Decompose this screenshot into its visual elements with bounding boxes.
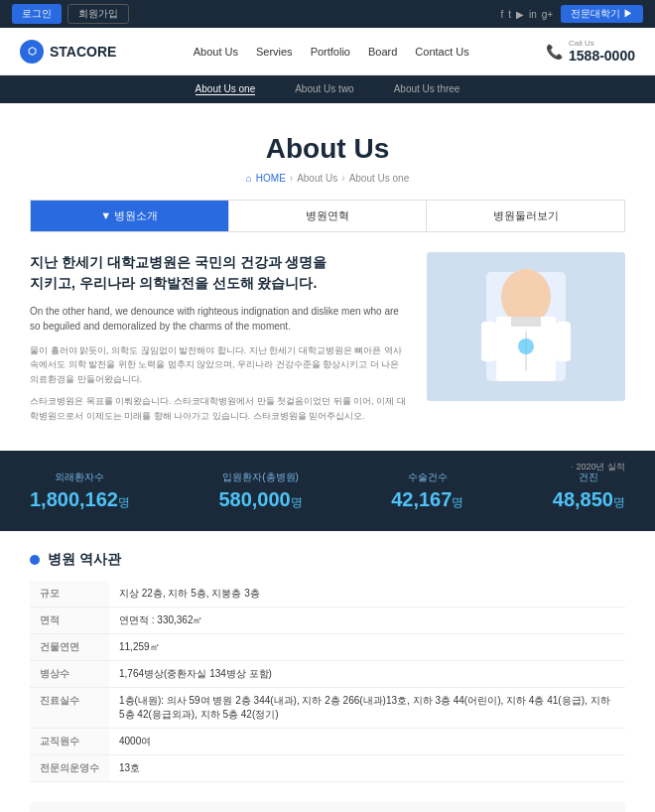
content-body-2: 스타코병원은 목표를 이뤄왔습니다. 스타코대학병원에서 만들 첫걸음이었던 뒤… xyxy=(30,394,407,423)
stats-year: · 2020년 실적 xyxy=(571,461,625,474)
social-icons: f t ▶ in g+ xyxy=(500,9,553,20)
call-label: Call Us xyxy=(569,39,635,48)
table-row: 교직원수 4000여 xyxy=(30,728,625,754)
row-label-6: 전문의운영수 xyxy=(30,754,109,781)
section-header: 병원 역사관 xyxy=(30,551,625,569)
table-row: 면적 연면적 : 330,362㎡ xyxy=(30,607,625,633)
stat-number-0: 1,800,162 xyxy=(30,488,118,510)
stat-value-2: 42,167명 xyxy=(391,488,463,511)
googleplus-icon[interactable]: g+ xyxy=(542,9,553,20)
row-value-0: 지상 22층, 지하 5층, 지붕층 3층 xyxy=(109,581,625,608)
stat-value-1: 580,000명 xyxy=(218,488,302,511)
stat-unit-3: 명 xyxy=(613,495,625,509)
phone-icon: 📞 xyxy=(546,44,563,60)
signup-button[interactable]: 회원가입 xyxy=(67,4,129,24)
facebook-icon[interactable]: f xyxy=(500,9,503,20)
breadcrumb-sep-1: › xyxy=(290,173,293,184)
stat-label-2: 수술건수 xyxy=(391,471,463,484)
svg-rect-7 xyxy=(481,322,496,361)
section-title: 병원 역사관 xyxy=(48,551,121,569)
svg-point-6 xyxy=(518,338,534,354)
breadcrumb-home-icon: ⌂ xyxy=(246,173,252,184)
sub-nav-item-2[interactable]: About Us three xyxy=(394,83,460,95)
row-label-3: 병상수 xyxy=(30,660,109,687)
linkedin-icon[interactable]: in xyxy=(529,9,537,20)
stat-3: 건진 48,850명 xyxy=(553,471,625,511)
stats-section: · 2020년 실적 외래환자수 1,800,162명 입원환자(총병원) 58… xyxy=(0,451,655,531)
nav-services[interactable]: Servies xyxy=(256,46,293,58)
header-right: 📞 Call Us 1588-0000 xyxy=(546,39,635,64)
table-row: 병상수 1,764병상(중환자실 134병상 포함) xyxy=(30,660,625,687)
breadcrumb-sep-2: › xyxy=(341,173,344,184)
logo-icon: ⬡ xyxy=(20,40,44,64)
login-button[interactable]: 로그인 xyxy=(12,4,62,24)
nav-board[interactable]: Board xyxy=(368,46,397,58)
breadcrumb-current: About Us one xyxy=(349,173,410,184)
logo: ⬡ STACORE xyxy=(20,40,116,64)
row-value-1: 연면적 : 330,362㎡ xyxy=(109,607,625,633)
info-table: 규모 지상 22층, 지하 5층, 지붕층 3층 면적 연면적 : 330,36… xyxy=(30,581,625,782)
bus-section: 🚌 주거지에서 주차를 하면 이 곳으로 이동하기 위해 주차권을 받은 뒤 주… xyxy=(30,802,625,812)
youtube-icon[interactable]: ▶ xyxy=(516,9,524,20)
call-number: 1588-0000 xyxy=(569,48,635,64)
row-label-4: 진료실수 xyxy=(30,687,109,728)
breadcrumb-home: HOME xyxy=(256,173,286,184)
row-value-2: 11,259㎡ xyxy=(109,633,625,660)
tab-2[interactable]: 병원둘러보기 xyxy=(427,201,624,231)
hospital-section: 병원 역사관 규모 지상 22층, 지하 5층, 지붕층 3층 면적 연면적 :… xyxy=(30,551,625,782)
table-row: 규모 지상 22층, 지하 5층, 지붕층 3층 xyxy=(30,581,625,608)
row-label-5: 교직원수 xyxy=(30,728,109,754)
row-value-5: 4000여 xyxy=(109,728,625,754)
row-label-0: 규모 xyxy=(30,581,109,608)
svg-rect-4 xyxy=(511,317,541,327)
content-subtitle: On the other hand, we denounce with righ… xyxy=(30,304,407,334)
sub-nav: About Us one About Us two About Us three xyxy=(0,75,655,103)
svg-rect-8 xyxy=(556,322,571,361)
row-label-2: 건물연면 xyxy=(30,633,109,660)
tab-1[interactable]: 병원연혁 xyxy=(229,201,428,231)
content-body-1: 물이 흘러야 맑듯이, 의학도 끊임없이 발전해야 합니다. 지난 한세기 대학… xyxy=(30,343,407,386)
stat-number-2: 42,167 xyxy=(391,488,452,510)
content-section: 지난 한세기 대학교병원은 국민의 건강과 생명을지키고, 우리나라 의학발전을… xyxy=(30,252,625,431)
table-row: 건물연면 11,259㎡ xyxy=(30,633,625,660)
row-value-6: 13호 xyxy=(109,754,625,781)
content-right xyxy=(427,252,625,431)
top-bar: 로그인 회원가입 f t ▶ in g+ 전문대학기 ▶ xyxy=(0,0,655,28)
nav-about[interactable]: About Us xyxy=(194,46,238,58)
row-label-1: 면적 xyxy=(30,607,109,633)
stat-unit-0: 명 xyxy=(118,495,130,509)
stat-label-1: 입원환자(총병원) xyxy=(218,471,302,484)
table-row: 진료실수 1층(내원): 의사 59여 병원 2층 344(내과), 지하 2층… xyxy=(30,687,625,728)
sub-nav-item-0[interactable]: About Us one xyxy=(196,83,256,95)
stat-unit-2: 명 xyxy=(452,495,463,509)
svg-point-2 xyxy=(501,269,551,325)
call-button[interactable]: 전문대학기 ▶ xyxy=(561,5,643,23)
header: ⬡ STACORE About Us Servies Portfolio Boa… xyxy=(0,28,655,75)
stat-number-1: 580,000 xyxy=(218,488,290,510)
breadcrumb-about: About Us xyxy=(297,173,337,184)
sub-nav-item-1[interactable]: About Us two xyxy=(295,83,353,95)
top-bar-left: 로그인 회원가입 xyxy=(12,4,129,24)
main-nav: About Us Servies Portfolio Board Contact… xyxy=(194,46,469,58)
content-title: 지난 한세기 대학교병원은 국민의 건강과 생명을지키고, 우리나라 의학발전을… xyxy=(30,252,407,294)
nav-contact[interactable]: Contact Us xyxy=(415,46,468,58)
breadcrumb: ⌂ HOME › About Us › About Us one xyxy=(0,173,655,184)
nav-portfolio[interactable]: Portfolio xyxy=(311,46,350,58)
twitter-icon[interactable]: t xyxy=(508,9,511,20)
stat-2: 수술건수 42,167명 xyxy=(391,471,463,511)
top-bar-right: f t ▶ in g+ 전문대학기 ▶ xyxy=(500,5,643,23)
tab-0[interactable]: ▼ 병원소개 xyxy=(31,201,229,231)
content-left: 지난 한세기 대학교병원은 국민의 건강과 생명을지키고, 우리나라 의학발전을… xyxy=(30,252,407,431)
stat-0: 외래환자수 1,800,162명 xyxy=(30,471,130,511)
row-value-4: 1층(내원): 의사 59여 병원 2층 344(내과), 지하 2층 266(… xyxy=(109,687,625,728)
page-title: About Us xyxy=(0,133,655,165)
stat-label-0: 외래환자수 xyxy=(30,471,130,484)
page-title-section: About Us ⌂ HOME › About Us › About Us on… xyxy=(0,103,655,200)
tabs: ▼ 병원소개 병원연혁 병원둘러보기 xyxy=(30,200,625,232)
row-value-3: 1,764병상(중환자실 134병상 포함) xyxy=(109,660,625,687)
section-dot xyxy=(30,555,40,565)
stat-number-3: 48,850 xyxy=(553,488,613,510)
stat-unit-1: 명 xyxy=(291,495,303,509)
stat-value-3: 48,850명 xyxy=(553,488,625,511)
stat-1: 입원환자(총병원) 580,000명 xyxy=(218,471,302,511)
